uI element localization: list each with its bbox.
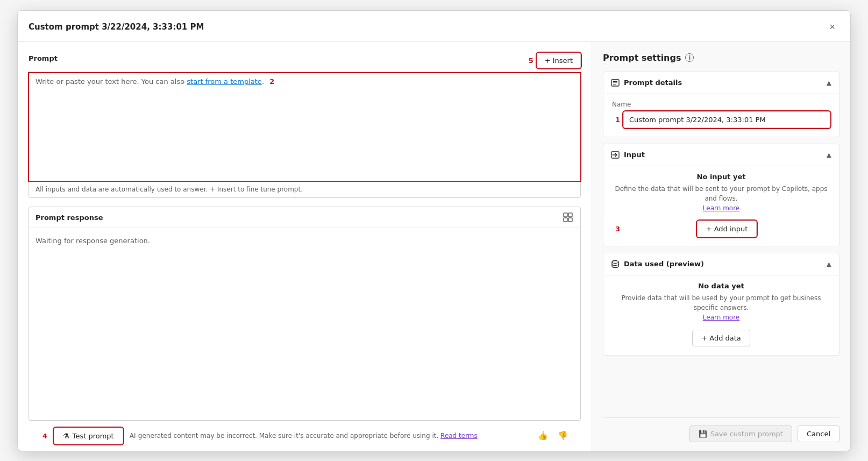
placeholder-period: . <box>262 77 264 86</box>
prompt-footer-info: All inputs and data are automatically us… <box>29 181 580 197</box>
data-icon <box>611 260 620 268</box>
main-panel: Prompt 5 + Insert Write or paste your te… <box>18 42 592 451</box>
thumbs-area: 👍 👎 <box>536 429 570 443</box>
no-data-desc-text: Provide data that will be used by your p… <box>622 294 821 311</box>
bottom-bar: 4 ⚗ Test prompt AI-generated content may… <box>29 421 581 451</box>
save-custom-prompt-button[interactable]: 💾 Save custom prompt <box>689 425 792 442</box>
data-used-chevron: ▲ <box>827 260 831 268</box>
data-used-label: Data used (preview) <box>624 260 704 268</box>
prompt-details-chevron: ▲ <box>827 79 831 87</box>
input-body: No input yet Define the data that will b… <box>603 166 839 246</box>
prompt-details-body: Name 1 <box>603 94 839 137</box>
main-dialog: Custom prompt 3/22/2024, 3:33:01 PM × Pr… <box>17 10 851 451</box>
test-prompt-label: Test prompt <box>73 432 114 440</box>
svg-point-9 <box>612 260 618 263</box>
prompt-details-icon <box>611 79 620 87</box>
badge-5: 5 <box>529 56 533 65</box>
waiting-text: Waiting for response generation. <box>35 237 150 245</box>
no-data-title: No data yet <box>612 282 830 290</box>
input-learn-more-link[interactable]: Learn more <box>703 204 739 212</box>
response-label: Prompt response <box>35 214 103 222</box>
prompt-details-label: Prompt details <box>624 79 682 87</box>
read-terms-link[interactable]: Read terms <box>440 432 478 439</box>
thumbs-down-button[interactable]: 👎 <box>556 429 570 443</box>
name-input[interactable] <box>623 111 830 128</box>
settings-footer: 💾 Save custom prompt Cancel <box>603 417 839 451</box>
insert-button[interactable]: + Insert <box>537 53 581 68</box>
save-icon: 💾 <box>699 430 707 438</box>
data-used-title: Data used (preview) <box>611 260 704 268</box>
dialog-titlebar: Custom prompt 3/22/2024, 3:33:01 PM × <box>18 11 850 42</box>
data-used-header[interactable]: Data used (preview) ▲ <box>603 253 839 275</box>
template-link[interactable]: start from a template <box>187 77 262 86</box>
expand-icon[interactable] <box>563 212 574 223</box>
prompt-area-wrapper: Write or paste your text here. You can a… <box>29 73 581 198</box>
input-title: Input <box>611 151 645 159</box>
input-icon <box>611 151 620 159</box>
response-section: Prompt response Waiting for response gen… <box>29 207 581 421</box>
input-header[interactable]: Input ▲ <box>603 144 839 166</box>
response-body: Waiting for response generation. <box>29 228 580 420</box>
close-button[interactable]: × <box>825 19 839 35</box>
badge-4: 4 <box>42 432 47 440</box>
no-input-title: No input yet <box>612 173 830 181</box>
data-learn-more-link[interactable]: Learn more <box>703 314 739 321</box>
cancel-button[interactable]: Cancel <box>798 425 839 442</box>
no-input-desc: Define the data that will be sent to you… <box>612 184 830 213</box>
prompt-details-section: Prompt details ▲ Name 1 <box>603 72 839 137</box>
thumbs-up-button[interactable]: 👍 <box>536 429 550 443</box>
badge-3: 3 <box>615 225 620 233</box>
dialog-body: Prompt 5 + Insert Write or paste your te… <box>18 42 850 451</box>
response-header: Prompt response <box>29 207 580 228</box>
svg-rect-0 <box>564 213 567 217</box>
data-used-section: Data used (preview) ▲ No data yet Provid… <box>603 253 839 356</box>
add-data-button[interactable]: + Add data <box>692 330 750 346</box>
placeholder-static: Write or paste your text here. You can a… <box>35 77 187 86</box>
beaker-icon: ⚗ <box>63 432 69 440</box>
prompt-details-header[interactable]: Prompt details ▲ <box>603 72 839 94</box>
badge-2: 2 <box>269 77 274 86</box>
input-label: Input <box>624 151 645 159</box>
no-input-desc-text: Define the data that will be sent to you… <box>615 185 827 202</box>
svg-rect-2 <box>564 218 567 222</box>
badge-1: 1 <box>615 116 620 124</box>
settings-panel: Prompt settings i <box>592 42 850 451</box>
prompt-details-title: Prompt details <box>611 79 682 87</box>
settings-title: Prompt settings i <box>603 53 839 63</box>
data-used-body: No data yet Provide data that will be us… <box>603 275 839 355</box>
svg-rect-1 <box>568 213 572 217</box>
settings-title-text: Prompt settings <box>603 53 681 63</box>
save-label: Save custom prompt <box>710 430 783 438</box>
prompt-placeholder[interactable]: Write or paste your text here. You can a… <box>29 73 580 181</box>
disclaimer-text: AI-generated content may be incorrect. M… <box>130 432 440 439</box>
test-prompt-button[interactable]: ⚗ Test prompt <box>54 428 123 444</box>
info-icon[interactable]: i <box>685 53 694 62</box>
no-data-desc: Provide data that will be used by your p… <box>612 293 830 322</box>
ai-disclaimer: AI-generated content may be incorrect. M… <box>130 432 529 439</box>
dialog-title: Custom prompt 3/22/2024, 3:33:01 PM <box>29 22 204 32</box>
input-chevron: ▲ <box>827 151 831 159</box>
prompt-label: Prompt <box>29 54 58 62</box>
name-field-label: Name <box>612 101 830 108</box>
add-input-button[interactable]: + Add input <box>697 221 757 237</box>
svg-rect-3 <box>568 218 572 222</box>
input-section: Input ▲ No input yet Define the data tha… <box>603 144 839 246</box>
